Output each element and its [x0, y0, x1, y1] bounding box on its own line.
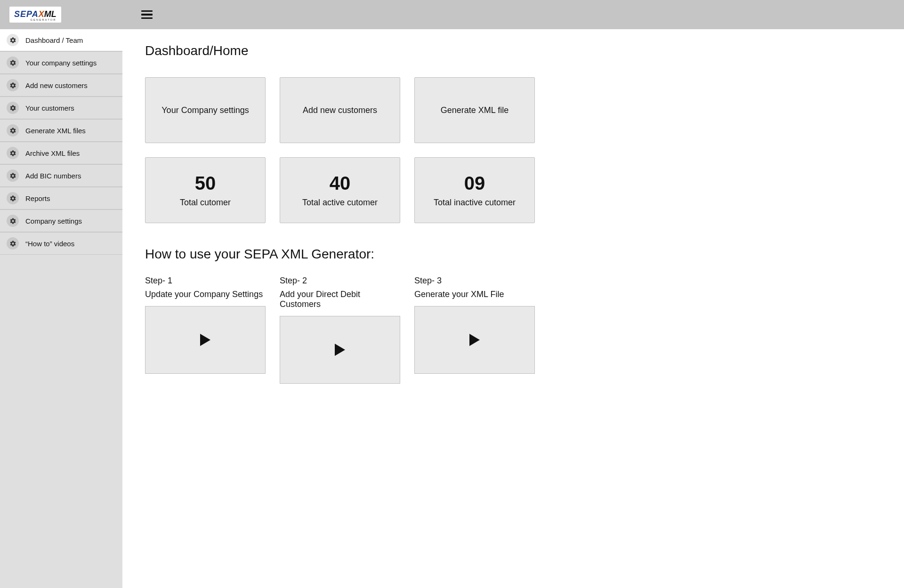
stat-value: 40	[330, 173, 351, 194]
logo-subtitle: GENERATOR	[14, 18, 56, 21]
gear-icon	[7, 102, 19, 114]
sidebar-item-8[interactable]: Company settings	[0, 209, 122, 232]
step-number: Step- 2	[280, 276, 400, 286]
sidebar-item-9[interactable]: “How to” videos	[0, 232, 122, 255]
stat-value: 09	[464, 173, 485, 194]
stat-card-0: 50Total cutomer	[145, 157, 266, 223]
sidebar-item-3[interactable]: Your customers	[0, 97, 122, 119]
gear-icon	[7, 237, 19, 250]
sidebar-item-label: Archive XML files	[25, 149, 80, 157]
step-description: Generate your XML File	[414, 290, 535, 299]
logo-x: X	[39, 9, 44, 19]
step-col-1: Step- 2Add your Direct Debit Customers	[280, 276, 400, 384]
gear-icon	[7, 79, 19, 91]
sidebar-item-6[interactable]: Add BIC numbers	[0, 164, 122, 187]
sidebar-item-0[interactable]: Dashboard / Team	[0, 29, 122, 51]
quick-link-card-2[interactable]: Generate XML file	[414, 77, 535, 143]
step-col-2: Step- 3Generate your XML File	[414, 276, 535, 384]
gear-icon	[7, 147, 19, 159]
quick-link-label: Generate XML file	[441, 105, 508, 115]
sidebar-item-2[interactable]: Add new customers	[0, 74, 122, 97]
howto-title: How to use your SEPA XML Generator:	[145, 247, 881, 262]
gear-icon	[7, 124, 19, 137]
quick-link-label: Your Company settings	[161, 105, 249, 115]
step-number: Step- 1	[145, 276, 266, 286]
sidebar-item-label: Reports	[25, 194, 50, 202]
step-number: Step- 3	[414, 276, 535, 286]
video-thumbnail-2[interactable]	[414, 306, 535, 374]
sidebar-item-7[interactable]: Reports	[0, 187, 122, 209]
stats-row: 50Total cutomer40Total active cutomer09T…	[145, 157, 881, 223]
sidebar-item-label: Dashboard / Team	[25, 36, 83, 44]
page-title: Dashboard/Home	[145, 43, 881, 58]
stat-card-1: 40Total active cutomer	[280, 157, 400, 223]
gear-icon	[7, 215, 19, 227]
gear-icon	[7, 56, 19, 69]
sidebar-item-label: Your customers	[25, 104, 74, 112]
video-thumbnail-0[interactable]	[145, 306, 266, 374]
steps-row: Step- 1Update your Company SettingsStep-…	[145, 276, 881, 384]
video-thumbnail-1[interactable]	[280, 316, 400, 384]
step-description: Update your Company Settings	[145, 290, 266, 299]
quick-links-row: Your Company settingsAdd new customersGe…	[145, 77, 881, 143]
quick-link-card-0[interactable]: Your Company settings	[145, 77, 266, 143]
step-col-0: Step- 1Update your Company Settings	[145, 276, 266, 384]
play-icon	[200, 334, 210, 346]
sidebar-item-label: Your company settings	[25, 59, 97, 67]
top-bar: SEPAXML GENERATOR	[0, 0, 904, 29]
logo[interactable]: SEPAXML GENERATOR	[9, 7, 61, 23]
sidebar-item-label: Add BIC numbers	[25, 172, 81, 180]
main-content: Dashboard/Home Your Company settingsAdd …	[122, 29, 904, 588]
stat-label: Total cutomer	[180, 198, 231, 208]
gear-icon	[7, 34, 19, 46]
quick-link-label: Add new customers	[303, 105, 377, 115]
gear-icon	[7, 192, 19, 204]
sidebar: Dashboard / TeamYour company settingsAdd…	[0, 29, 122, 588]
logo-ml: ML	[44, 9, 56, 19]
play-icon	[469, 334, 480, 346]
menu-toggle-icon[interactable]	[141, 10, 153, 19]
play-icon	[335, 344, 345, 356]
logo-sepa: SEPA	[14, 9, 39, 19]
step-description: Add your Direct Debit Customers	[280, 290, 400, 309]
gear-icon	[7, 169, 19, 182]
sidebar-item-5[interactable]: Archive XML files	[0, 142, 122, 164]
stat-card-2: 09Total inactive cutomer	[414, 157, 535, 223]
sidebar-item-4[interactable]: Generate XML files	[0, 119, 122, 142]
stat-label: Total active cutomer	[302, 198, 378, 208]
stat-value: 50	[195, 173, 216, 194]
sidebar-item-label: “How to” videos	[25, 240, 74, 248]
sidebar-item-label: Company settings	[25, 217, 82, 225]
sidebar-item-label: Add new customers	[25, 81, 88, 89]
sidebar-item-1[interactable]: Your company settings	[0, 51, 122, 74]
sidebar-item-label: Generate XML files	[25, 127, 86, 135]
stat-label: Total inactive cutomer	[434, 198, 516, 208]
quick-link-card-1[interactable]: Add new customers	[280, 77, 400, 143]
